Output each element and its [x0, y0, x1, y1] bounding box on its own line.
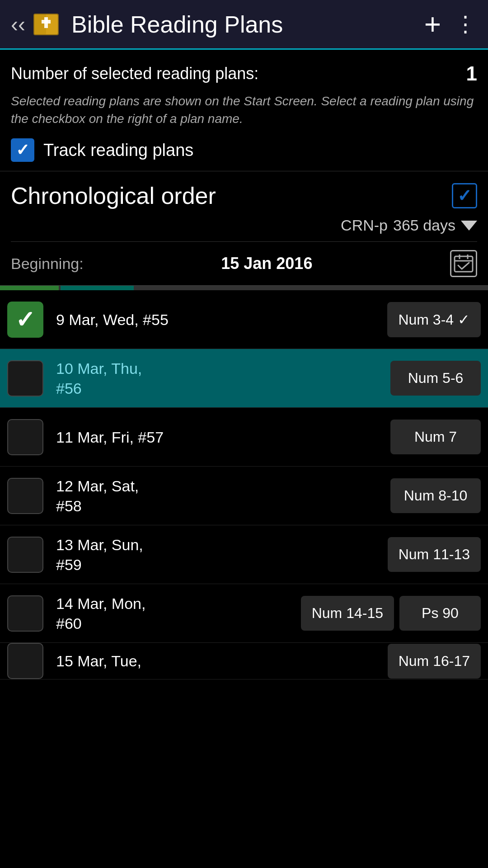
menu-button[interactable]: ⋮ — [455, 14, 477, 35]
info-section: Number of selected reading plans: 1 Sele… — [0, 50, 488, 171]
entry-date-6: 14 Mar, Mon,#60 — [56, 594, 296, 633]
track-row[interactable]: Track reading plans — [11, 138, 477, 162]
table-row[interactable]: 9 Mar, Wed, #55 Num 3-4 ✓ — [0, 290, 488, 349]
entry-date-3: 11 Mar, Fri, #57 — [56, 427, 385, 447]
progress-current — [61, 286, 134, 290]
entry-date-5: 13 Mar, Sun,#59 — [56, 535, 382, 575]
add-button[interactable]: + — [424, 10, 441, 39]
reading-button-6a[interactable]: Num 14-15 — [301, 596, 394, 631]
plan-code: CRN-p — [341, 217, 388, 234]
entry-checkbox-4[interactable] — [7, 478, 43, 514]
entry-checkbox-7[interactable] — [7, 643, 43, 679]
header-actions: + ⋮ — [424, 10, 477, 39]
table-row[interactable]: 12 Mar, Sat,#58 Num 8-10 — [0, 467, 488, 525]
svg-rect-5 — [455, 256, 473, 272]
plan-header: Chronological order — [11, 182, 477, 209]
reading-button-5[interactable]: Num 11-13 — [388, 537, 481, 572]
calendar-icon[interactable] — [450, 250, 477, 277]
table-row[interactable]: 14 Mar, Mon,#60 Num 14-15 Ps 90 — [0, 584, 488, 643]
plan-select-checkbox[interactable] — [452, 183, 477, 208]
plan-meta: CRN-p 365 days — [11, 217, 477, 241]
reading-button-4[interactable]: Num 8-10 — [390, 478, 481, 513]
count-label: Number of selected reading plans: — [11, 64, 258, 83]
table-row[interactable]: 10 Mar, Thu,#56 Num 5-6 — [0, 349, 488, 408]
entry-date-7: 15 Mar, Tue, — [56, 651, 382, 671]
progress-completed — [0, 286, 59, 290]
collapse-arrow-icon[interactable] — [461, 221, 477, 231]
beginning-date: 15 Jan 2016 — [221, 254, 312, 273]
entry-checkbox-6[interactable] — [7, 595, 43, 632]
reading-button-7[interactable]: Num 16-17 — [388, 644, 481, 679]
reading-button-3[interactable]: Num 7 — [390, 420, 481, 454]
page-title: Bible Reading Plans — [71, 11, 424, 38]
plan-title: Chronological order — [11, 182, 216, 209]
entry-checkbox-3[interactable] — [7, 419, 43, 455]
track-label: Track reading plans — [43, 141, 193, 160]
entry-date-1: 9 Mar, Wed, #55 — [56, 310, 382, 330]
entry-checkbox-5[interactable] — [7, 537, 43, 573]
entries-list: 9 Mar, Wed, #55 Num 3-4 ✓ 10 Mar, Thu,#5… — [0, 290, 488, 679]
table-row[interactable]: 11 Mar, Fri, #57 Num 7 — [0, 408, 488, 467]
entry-checkbox-1[interactable] — [7, 302, 43, 338]
track-checkbox[interactable] — [11, 138, 34, 162]
count-value: 1 — [466, 62, 477, 85]
beginning-label: Beginning: — [11, 255, 84, 273]
plan-days: 365 days — [393, 217, 455, 234]
table-row[interactable]: 13 Mar, Sun,#59 Num 11-13 — [0, 525, 488, 584]
entry-checkbox-2[interactable] — [7, 360, 43, 396]
reading-button-2[interactable]: Num 5-6 — [390, 361, 481, 396]
back-icon[interactable]: ‹‹ — [11, 14, 25, 35]
table-row[interactable]: 15 Mar, Tue, Num 16-17 — [0, 643, 488, 679]
entry-date-4: 12 Mar, Sat,#58 — [56, 476, 385, 516]
plan-section: Chronological order CRN-p 365 days Begin… — [0, 171, 488, 286]
entry-date-2: 10 Mar, Thu,#56 — [56, 359, 385, 398]
plan-date-row: Beginning: 15 Jan 2016 — [11, 241, 477, 285]
info-description: Selected reading plans are shown on the … — [11, 92, 477, 127]
reading-button-1[interactable]: Num 3-4 ✓ — [387, 302, 481, 337]
app-icon — [30, 8, 62, 41]
app-header: ‹‹ Bible Reading Plans + ⋮ — [0, 0, 488, 50]
reading-button-6b[interactable]: Ps 90 — [399, 596, 481, 631]
count-row: Number of selected reading plans: 1 — [11, 62, 477, 85]
svg-rect-4 — [42, 20, 51, 24]
progress-bar — [0, 286, 488, 290]
